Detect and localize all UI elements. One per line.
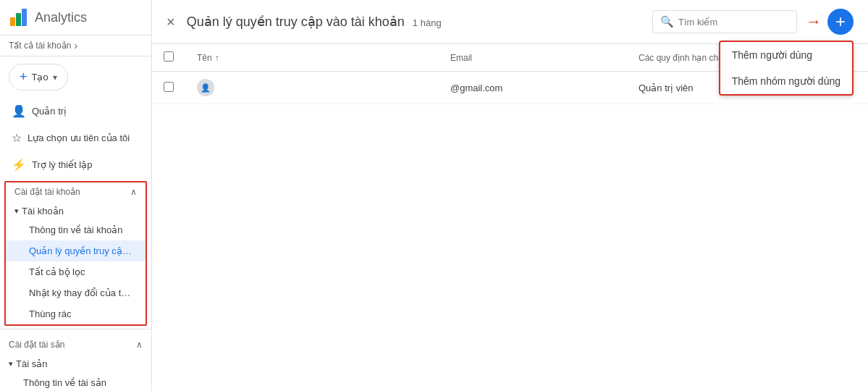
setup-icon: ⚡ xyxy=(12,158,26,172)
asset-group-text: Tài sản xyxy=(16,358,47,369)
main-content: × Quản lý quyền truy cập vào tài khoản 1… xyxy=(152,0,868,391)
collapse-asset-icon: ∧ xyxy=(136,340,143,350)
sidebar-item-preferences[interactable]: ☆ Lựa chọn ưu tiên của tôi xyxy=(0,125,151,151)
add-user-option[interactable]: Thêm người dùng xyxy=(720,42,852,68)
col-header-email: Email xyxy=(439,44,627,72)
select-all-checkbox[interactable] xyxy=(164,51,174,62)
close-button[interactable]: × xyxy=(167,14,175,29)
row-name-cell: 👤 xyxy=(185,72,439,104)
asset-settings-header[interactable]: Cài đặt tài sản ∧ xyxy=(0,335,151,354)
sort-asc-icon: ↑ xyxy=(215,53,219,63)
row-checkbox[interactable] xyxy=(164,82,174,92)
account-group-label[interactable]: ▾ Tài khoản xyxy=(6,201,146,219)
breadcrumb-text[interactable]: Tất cả tài khoản xyxy=(9,41,71,51)
svg-rect-2 xyxy=(22,9,27,26)
add-button-wrapper: → + Thêm người dùng Thêm nhóm người dùng xyxy=(806,9,854,35)
account-settings-header[interactable]: Cài đặt tài khoản ∧ xyxy=(6,182,146,201)
asset-group-label[interactable]: ▾ Tài sản xyxy=(0,354,151,372)
add-group-option[interactable]: Thêm nhóm người dùng xyxy=(720,68,852,94)
collapse-account-icon: ∧ xyxy=(130,187,137,197)
admin-icon: 👤 xyxy=(12,104,26,118)
caret-icon: ▾ xyxy=(14,206,19,216)
sidebar-item-trash[interactable]: Thùng rác xyxy=(6,303,146,324)
add-user-dropdown: Thêm người dùng Thêm nhóm người dùng xyxy=(719,41,854,96)
avatar: 👤 xyxy=(197,79,214,96)
app-title: Analytics xyxy=(35,10,87,25)
create-button[interactable]: + Tạo ▾ xyxy=(9,64,68,91)
sidebar-header: Analytics xyxy=(0,0,151,35)
sidebar-item-setup[interactable]: ⚡ Trợ lý thiết lập xyxy=(0,151,151,178)
sidebar-item-all-filters[interactable]: Tất cả bộ lọc xyxy=(6,261,146,282)
svg-rect-1 xyxy=(16,13,21,26)
setup-label: Trợ lý thiết lập xyxy=(32,159,92,170)
add-user-button[interactable]: + xyxy=(827,9,854,35)
preferences-icon: ☆ xyxy=(12,131,22,145)
plus-icon: + xyxy=(20,70,28,85)
sidebar-item-asset-info[interactable]: Thông tin về tài sản xyxy=(0,372,151,391)
preferences-label: Lựa chọn ưu tiên của tôi xyxy=(28,133,130,143)
account-group: ▾ Tài khoản Thông tin về tài khoản Quản … xyxy=(6,201,146,324)
table-container: Tên ↑ Email Các quy định hạn chế về dữ l… xyxy=(152,44,868,391)
sidebar: Analytics Tất cả tài khoản › + Tạo ▾ 👤 Q… xyxy=(0,0,152,391)
account-group-text: Tài khoản xyxy=(22,206,64,216)
create-label: Tạo xyxy=(32,72,49,83)
main-header: × Quản lý quyền truy cập vào tài khoản 1… xyxy=(152,0,868,44)
sidebar-nav: 👤 Quản trị ☆ Lựa chọn ưu tiên của tôi ⚡ … xyxy=(0,98,151,178)
analytics-logo xyxy=(9,7,29,28)
email-col-label: Email xyxy=(450,53,472,63)
col-header-name[interactable]: Tên ↑ xyxy=(185,44,439,72)
asset-caret-icon: ▾ xyxy=(9,359,13,369)
search-icon: 🔍 xyxy=(660,15,674,28)
account-settings-section: Cài đặt tài khoản ∧ ▾ Tài khoản Thông ti… xyxy=(4,181,147,326)
account-breadcrumb[interactable]: Tất cả tài khoản › xyxy=(0,35,151,56)
sidebar-item-access-management[interactable]: Quản lý quyền truy cập và... xyxy=(6,240,146,261)
svg-rect-0 xyxy=(10,17,15,26)
user-email: @gmail.com xyxy=(450,83,502,93)
admin-label: Quản trị xyxy=(32,106,67,117)
row-email-cell: @gmail.com xyxy=(439,72,627,104)
asset-settings-label: Cài đặt tài sản xyxy=(9,340,64,350)
page-title: Quản lý quyền truy cập vào tài khoản 1 h… xyxy=(187,14,644,30)
asset-settings-section: Cài đặt tài sản ∧ ▾ Tài sản Thông tin về… xyxy=(0,329,151,391)
sidebar-item-change-log[interactable]: Nhật ký thay đổi của tài kh... xyxy=(6,282,146,303)
name-col-label: Tên xyxy=(197,53,212,63)
sidebar-item-admin[interactable]: 👤 Quản trị xyxy=(0,98,151,125)
search-box[interactable]: 🔍 xyxy=(652,10,797,33)
asset-group: ▾ Tài sản Thông tin về tài sản Quản lý q… xyxy=(0,354,151,391)
user-role: Quản trị viên xyxy=(639,83,694,93)
chevron-down-icon: ▾ xyxy=(53,72,57,83)
page-title-text: Quản lý quyền truy cập vào tài khoản xyxy=(187,14,405,29)
row-checkbox-cell[interactable] xyxy=(152,72,185,104)
account-settings-label: Cài đặt tài khoản xyxy=(14,187,80,197)
breadcrumb-chevron: › xyxy=(74,40,77,51)
row-count: 1 hàng xyxy=(413,17,442,28)
red-arrow-indicator: → xyxy=(806,12,822,31)
avatar-icon: 👤 xyxy=(201,83,211,93)
sidebar-item-account-info[interactable]: Thông tin về tài khoản xyxy=(6,219,146,240)
col-header-checkbox xyxy=(152,44,185,72)
search-input[interactable] xyxy=(678,17,780,28)
